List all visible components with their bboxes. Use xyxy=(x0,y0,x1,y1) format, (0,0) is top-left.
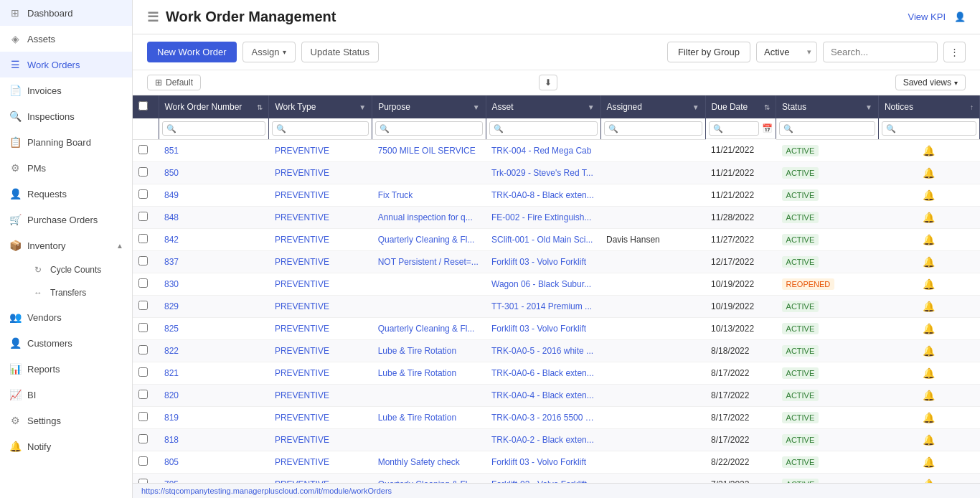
asset-filter-icon[interactable]: ▼ xyxy=(588,103,595,111)
row-notice[interactable]: 🔔 xyxy=(878,473,979,483)
status-filter-icon[interactable]: ▼ xyxy=(865,103,872,111)
row-notice[interactable]: 🔔 xyxy=(878,384,979,406)
user-icon[interactable]: 👤 xyxy=(954,11,966,22)
row-wo-number[interactable]: 820 xyxy=(159,384,269,406)
purpose-filter-input[interactable] xyxy=(375,121,482,136)
th-status[interactable]: Status ▼ xyxy=(776,95,879,118)
notice-bell-icon[interactable]: 🔔 xyxy=(923,345,935,357)
notice-bell-icon[interactable]: 🔔 xyxy=(923,234,935,245)
row-wo-number[interactable]: 819 xyxy=(159,406,269,428)
due-date-filter-input[interactable] xyxy=(709,121,759,136)
sidebar-item-reports[interactable]: 📊 Reports xyxy=(0,356,132,382)
row-notice[interactable]: 🔔 xyxy=(878,161,979,184)
notice-bell-icon[interactable]: 🔔 xyxy=(923,456,935,468)
search-input[interactable] xyxy=(823,42,938,62)
row-checkbox[interactable] xyxy=(138,189,148,199)
row-notice[interactable]: 🔔 xyxy=(878,317,979,339)
sidebar-item-work-orders[interactable]: ☰ Work Orders xyxy=(0,52,132,77)
row-checkbox[interactable] xyxy=(138,434,148,443)
row-notice[interactable]: 🔔 xyxy=(878,295,979,317)
row-notice[interactable]: 🔔 xyxy=(878,250,979,273)
row-checkbox-cell[interactable] xyxy=(133,161,159,184)
select-all-checkbox[interactable] xyxy=(138,101,148,111)
th-notices[interactable]: Notices ↑ xyxy=(878,95,979,118)
sidebar-item-purchase-orders[interactable]: 🛒 Purchase Orders xyxy=(0,207,132,232)
notice-bell-icon[interactable]: 🔔 xyxy=(923,212,935,223)
sidebar-item-invoices[interactable]: 📄 Invoices xyxy=(0,77,132,103)
sidebar-item-pms[interactable]: ⚙ PMs xyxy=(0,155,132,181)
row-checkbox-cell[interactable] xyxy=(133,250,159,273)
filter-wo-number[interactable] xyxy=(159,118,269,139)
notice-bell-icon[interactable]: 🔔 xyxy=(923,278,935,290)
row-checkbox-cell[interactable] xyxy=(133,317,159,339)
th-purpose[interactable]: Purpose ▼ xyxy=(372,95,486,118)
row-wo-number[interactable]: 851 xyxy=(159,139,269,161)
sidebar-item-notify[interactable]: 🔔 Notify xyxy=(0,433,132,459)
sidebar-item-inventory[interactable]: 📦 Inventory ▲ xyxy=(0,232,132,258)
row-checkbox-cell[interactable] xyxy=(133,184,159,206)
notice-bell-icon[interactable]: 🔔 xyxy=(923,145,935,156)
row-checkbox-cell[interactable] xyxy=(133,139,159,161)
notice-bell-icon[interactable]: 🔔 xyxy=(923,412,935,423)
row-wo-number[interactable]: 850 xyxy=(159,161,269,184)
row-notice[interactable]: 🔔 xyxy=(878,406,979,428)
notice-bell-icon[interactable]: 🔔 xyxy=(923,301,935,312)
row-checkbox-cell[interactable] xyxy=(133,273,159,295)
sidebar-item-vendors[interactable]: 👥 Vendors xyxy=(0,304,132,330)
row-wo-number[interactable]: 829 xyxy=(159,295,269,317)
download-button[interactable]: ⬇ xyxy=(539,75,557,90)
row-checkbox[interactable] xyxy=(138,301,148,310)
notice-bell-icon[interactable]: 🔔 xyxy=(923,367,935,379)
row-checkbox-cell[interactable] xyxy=(133,362,159,384)
notice-bell-icon[interactable]: 🔔 xyxy=(923,167,935,179)
row-checkbox[interactable] xyxy=(138,145,148,154)
row-checkbox[interactable] xyxy=(138,456,148,466)
row-checkbox[interactable] xyxy=(138,345,148,354)
view-kpi-link[interactable]: View KPI xyxy=(908,11,946,22)
row-wo-number[interactable]: 822 xyxy=(159,339,269,362)
row-checkbox-cell[interactable] xyxy=(133,428,159,451)
row-notice[interactable]: 🔔 xyxy=(878,206,979,228)
sidebar-item-planning-board[interactable]: 📋 Planning Board xyxy=(0,129,132,155)
sidebar-item-settings[interactable]: ⚙ Settings xyxy=(0,408,132,433)
sidebar-item-requests[interactable]: 👤 Requests xyxy=(0,181,132,207)
assigned-filter-input[interactable] xyxy=(604,121,702,136)
notice-bell-icon[interactable]: 🔔 xyxy=(923,390,935,401)
row-wo-number[interactable]: 842 xyxy=(159,228,269,250)
row-notice[interactable]: 🔔 xyxy=(878,362,979,384)
row-wo-number[interactable]: 837 xyxy=(159,250,269,273)
select-all-header[interactable] xyxy=(133,95,159,118)
row-checkbox[interactable] xyxy=(138,412,148,421)
row-wo-number[interactable]: 818 xyxy=(159,428,269,451)
filter-purpose[interactable] xyxy=(372,118,486,139)
notice-bell-icon[interactable]: 🔔 xyxy=(923,189,935,201)
row-wo-number[interactable]: 825 xyxy=(159,317,269,339)
filter-asset[interactable] xyxy=(486,118,600,139)
notice-bell-icon[interactable]: 🔔 xyxy=(923,434,935,446)
status-filter-select[interactable]: Active Inactive All Closed xyxy=(756,42,817,62)
status-filter-input-col[interactable] xyxy=(779,121,875,136)
row-checkbox[interactable] xyxy=(138,256,148,266)
row-wo-number[interactable]: 848 xyxy=(159,206,269,228)
sidebar-item-dashboard[interactable]: ⊞ Dashboard xyxy=(0,0,132,26)
th-assigned[interactable]: Assigned ▼ xyxy=(600,95,705,118)
work-type-filter-input[interactable] xyxy=(272,121,369,136)
sidebar-item-customers[interactable]: 👤 Customers xyxy=(0,330,132,356)
row-checkbox[interactable] xyxy=(138,167,148,177)
sidebar-item-transfers[interactable]: ↔ Transfers xyxy=(26,281,132,304)
purpose-filter-icon[interactable]: ▼ xyxy=(473,103,480,111)
row-notice[interactable]: 🔔 xyxy=(878,184,979,206)
row-checkbox[interactable] xyxy=(138,367,148,377)
notice-bell-icon[interactable]: 🔔 xyxy=(923,323,935,334)
filter-work-type[interactable] xyxy=(269,118,372,139)
asset-filter-input[interactable] xyxy=(489,121,598,136)
default-view-tab[interactable]: ⊞ Default xyxy=(147,75,201,90)
calendar-icon[interactable]: 📅 xyxy=(762,123,773,133)
row-checkbox-cell[interactable] xyxy=(133,295,159,317)
filter-by-group-button[interactable]: Filter by Group xyxy=(667,42,750,62)
row-wo-number[interactable]: 795 xyxy=(159,473,269,483)
sidebar-item-bi[interactable]: 📈 BI xyxy=(0,382,132,408)
wo-number-filter-input[interactable] xyxy=(162,121,266,136)
sidebar-item-cycle-counts[interactable]: ↻ Cycle Counts xyxy=(26,258,132,281)
row-wo-number[interactable]: 830 xyxy=(159,273,269,295)
